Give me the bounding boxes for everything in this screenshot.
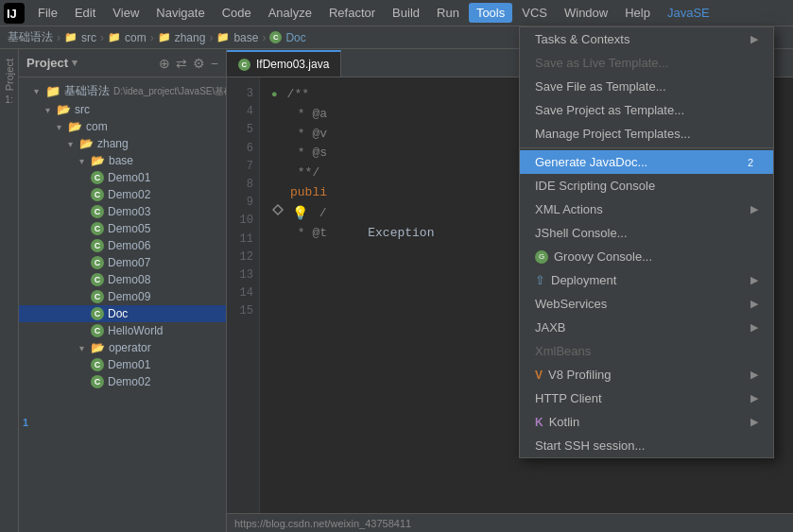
breadcrumb-doc[interactable]: Doc [285,31,305,44]
menu-item-http[interactable]: HTTP Client ▶ [520,386,773,410]
panel-number: 1: [5,94,12,105]
tree-demo05[interactable]: C Demo05 [19,220,226,237]
menu-item-kotlin[interactable]: K Kotlin ▶ [520,410,773,434]
menu-item-tasks[interactable]: Tasks & Contexts ▶ [520,27,773,51]
svg-text:IJ: IJ [7,7,17,21]
editor-tab-ifdemo03[interactable]: C IfDemo03.java [227,50,341,77]
breadcrumb-root[interactable]: 基础语法 [8,29,53,45]
menu-item-webservices[interactable]: WebServices ▶ [520,292,773,316]
breadcrumb-com-icon: 📁 [108,31,121,43]
class-icon-demo08: C [91,273,104,286]
menu-item-v8[interactable]: V V8 Profiling ▶ [520,363,773,386]
panel-dropdown-arrow[interactable]: ▾ [72,57,78,69]
breadcrumb-com[interactable]: com [125,31,147,44]
v8-label: V8 Profiling [548,368,611,382]
tree-demo09[interactable]: C Demo09 [19,288,226,305]
code-text-7: **/ [290,163,319,183]
op-demo01-label: Demo01 [108,358,150,371]
folder-icon-zhang: 📂 [79,137,94,150]
base-label: base [109,154,133,167]
class-icon-demo01: C [91,171,104,184]
tree-demo02[interactable]: C Demo02 [19,186,226,203]
tree-com[interactable]: ▾ 📂 com [19,118,226,135]
breadcrumb-src-icon: 📁 [64,31,78,43]
folder-icon-src: 📂 [57,103,71,116]
menu-item-deployment[interactable]: ⇧ Deployment ▶ [520,268,773,292]
vb-icon: V [535,369,543,382]
add-icon[interactable]: ⊕ [159,56,170,71]
menu-navigate[interactable]: Navigate [148,3,212,23]
tree-demo08[interactable]: C Demo08 [19,271,226,288]
menu-code[interactable]: Code [215,3,259,23]
code-text-15c: Exception [368,224,434,244]
xml-arrow: ▶ [750,203,758,215]
menu-run[interactable]: Run [429,3,467,23]
http-arrow: ▶ [750,392,758,404]
webservices-label: WebServices [535,297,607,311]
menu-vcs[interactable]: VCS [514,3,555,23]
menu-help[interactable]: Help [617,3,658,23]
tab-label: IfDemo03.java [256,58,329,71]
breadcrumb-sep-5: › [262,31,266,44]
src-label: src [75,103,90,116]
breadcrumb-base[interactable]: base [233,31,258,44]
menu-view[interactable]: View [105,3,147,23]
gutter-3: ● [271,87,278,104]
code-text-6: * @s [290,144,327,163]
menu-tools[interactable]: Tools [469,3,512,23]
minimize-icon[interactable]: − [211,56,218,71]
code-text-15b [335,224,364,244]
tree-demo06[interactable]: C Demo06 [19,237,226,254]
menu-item-ssh[interactable]: Start SSH session... [520,434,773,457]
v8-arrow: ▶ [750,369,758,381]
demo01-label: Demo01 [108,171,150,184]
tree-root[interactable]: ▾ 📁 基础语法 D:\idea_project\JavaSE\基础语法 [19,81,226,101]
tree-src[interactable]: ▾ 📂 src [19,101,226,118]
deployment-arrow: ▶ [750,274,758,286]
folder-icon-root: 📁 [45,84,60,98]
menu-analyze[interactable]: Analyze [261,3,319,23]
tree-op-demo02[interactable]: C Demo02 [19,373,226,390]
base-arrow: ▾ [79,156,91,166]
code-text-8: publi [290,183,327,203]
op-demo02-label: Demo02 [108,375,150,388]
breadcrumb-class-icon: C [269,31,282,43]
menu-item-manage-templates[interactable]: Manage Project Templates... [520,122,773,146]
ide-scripting-label: IDE Scripting Console [535,179,655,193]
tree-helloworld[interactable]: C HelloWorld [19,322,226,339]
tree-demo03[interactable]: C Demo03 [19,203,226,220]
root-arrow: ▾ [34,86,45,96]
menu-build[interactable]: Build [385,3,427,23]
menu-item-jaxb[interactable]: JAXB ▶ [520,316,773,339]
tree-doc[interactable]: C Doc [19,305,226,322]
menu-item-save-project[interactable]: Save Project as Template... [520,98,773,122]
tree-zhang[interactable]: ▾ 📂 zhang [19,135,226,152]
menu-window[interactable]: Window [557,3,615,23]
tree-base[interactable]: ▾ 📂 base [19,152,226,169]
menu-item-generate-javadoc[interactable]: Generate JavaDoc... 2 [520,150,773,174]
gear-icon[interactable]: ⚙ [193,56,205,71]
class-icon-demo07: C [91,256,104,269]
menu-item-ide-scripting[interactable]: IDE Scripting Console [520,174,773,197]
menu-item-groovy[interactable]: G Groovy Console... [520,245,773,268]
demo06-label: Demo06 [108,239,150,252]
menu-edit[interactable]: Edit [67,3,103,23]
menu-item-save-file[interactable]: Save File as Template... [520,75,773,98]
tree-operator[interactable]: ▾ 📂 operator [19,339,226,356]
sync-icon[interactable]: ⇄ [176,56,187,71]
menu-item-xml-actions[interactable]: XML Actions ▶ [520,197,773,221]
tree-demo07[interactable]: C Demo07 [19,254,226,271]
manage-templates-label: Manage Project Templates... [535,127,691,141]
menu-javase[interactable]: JavaSE [660,3,717,23]
menu-refactor[interactable]: Refactor [321,3,383,23]
zhang-label: zhang [97,137,129,150]
breadcrumb-zhang[interactable]: zhang [175,31,206,44]
sidebar-toggle[interactable]: Project 1: [0,49,19,532]
breadcrumb-src[interactable]: src [81,31,96,44]
menu-item-jshell[interactable]: JShell Console... [520,221,773,245]
tree-demo01[interactable]: C Demo01 [19,169,226,186]
tree-op-demo01[interactable]: C Demo01 [19,356,226,373]
line-numbers: 3 4 5 6 7 8 9 10 11 12 13 14 15 [227,77,260,532]
menu-file[interactable]: File [30,3,65,23]
class-icon-demo05: C [91,222,104,235]
